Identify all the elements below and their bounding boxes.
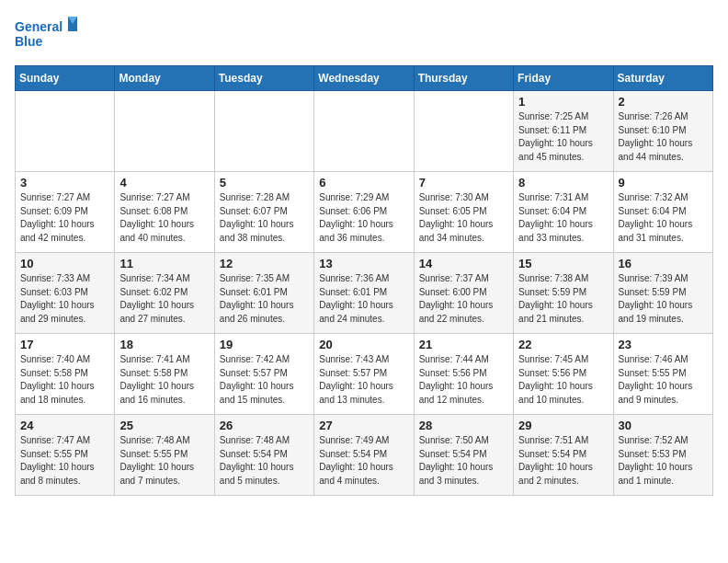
day-info: Sunrise: 7:43 AM Sunset: 5:57 PM Dayligh… xyxy=(319,353,408,407)
weekday-header: Friday xyxy=(514,66,613,91)
calendar-day-cell xyxy=(115,91,214,172)
day-number: 23 xyxy=(619,338,708,351)
day-info: Sunrise: 7:45 AM Sunset: 5:56 PM Dayligh… xyxy=(518,353,608,407)
calendar-day-cell: 12Sunrise: 7:35 AM Sunset: 6:01 PM Dayli… xyxy=(214,253,313,334)
calendar-day-cell: 30Sunrise: 7:52 AM Sunset: 5:53 PM Dayli… xyxy=(613,415,712,496)
day-info: Sunrise: 7:48 AM Sunset: 5:54 PM Dayligh… xyxy=(220,434,309,488)
calendar-week-row: 10Sunrise: 7:33 AM Sunset: 6:03 PM Dayli… xyxy=(16,253,713,334)
day-info: Sunrise: 7:37 AM Sunset: 6:00 PM Dayligh… xyxy=(419,272,508,326)
calendar-day-cell: 27Sunrise: 7:49 AM Sunset: 5:54 PM Dayli… xyxy=(314,415,414,496)
calendar-week-row: 17Sunrise: 7:40 AM Sunset: 5:58 PM Dayli… xyxy=(16,334,713,415)
day-number: 29 xyxy=(518,419,608,432)
calendar-table: SundayMondayTuesdayWednesdayThursdayFrid… xyxy=(15,65,713,496)
calendar-day-cell: 16Sunrise: 7:39 AM Sunset: 5:59 PM Dayli… xyxy=(613,253,712,334)
day-info: Sunrise: 7:38 AM Sunset: 5:59 PM Dayligh… xyxy=(518,272,608,326)
logo: General Blue xyxy=(15,15,79,56)
day-info: Sunrise: 7:39 AM Sunset: 5:59 PM Dayligh… xyxy=(619,272,708,326)
calendar-day-cell: 6Sunrise: 7:29 AM Sunset: 6:06 PM Daylig… xyxy=(314,172,414,253)
calendar-day-cell: 7Sunrise: 7:30 AM Sunset: 6:05 PM Daylig… xyxy=(414,172,513,253)
day-info: Sunrise: 7:26 AM Sunset: 6:10 PM Dayligh… xyxy=(619,110,708,164)
day-info: Sunrise: 7:31 AM Sunset: 6:04 PM Dayligh… xyxy=(518,191,608,245)
day-number: 14 xyxy=(419,257,508,270)
calendar-day-cell: 14Sunrise: 7:37 AM Sunset: 6:00 PM Dayli… xyxy=(414,253,513,334)
day-number: 27 xyxy=(319,419,408,432)
calendar-day-cell: 8Sunrise: 7:31 AM Sunset: 6:04 PM Daylig… xyxy=(514,172,613,253)
day-number: 22 xyxy=(518,338,608,351)
calendar-day-cell: 5Sunrise: 7:28 AM Sunset: 6:07 PM Daylig… xyxy=(214,172,313,253)
day-info: Sunrise: 7:25 AM Sunset: 6:11 PM Dayligh… xyxy=(518,110,608,164)
day-number: 26 xyxy=(220,419,309,432)
calendar-day-cell: 1Sunrise: 7:25 AM Sunset: 6:11 PM Daylig… xyxy=(514,91,613,172)
day-number: 3 xyxy=(20,176,109,190)
day-number: 15 xyxy=(518,257,608,270)
calendar-week-row: 3Sunrise: 7:27 AM Sunset: 6:09 PM Daylig… xyxy=(16,172,713,253)
calendar-day-cell: 3Sunrise: 7:27 AM Sunset: 6:09 PM Daylig… xyxy=(16,172,115,253)
day-number: 9 xyxy=(619,176,708,190)
calendar-day-cell: 29Sunrise: 7:51 AM Sunset: 5:54 PM Dayli… xyxy=(514,415,613,496)
day-number: 2 xyxy=(619,95,708,109)
day-number: 24 xyxy=(20,419,109,432)
day-number: 5 xyxy=(220,176,309,190)
day-number: 10 xyxy=(20,257,109,270)
day-info: Sunrise: 7:42 AM Sunset: 5:57 PM Dayligh… xyxy=(220,353,309,407)
calendar-day-cell xyxy=(414,91,513,172)
day-info: Sunrise: 7:40 AM Sunset: 5:58 PM Dayligh… xyxy=(20,353,109,407)
calendar-day-cell: 20Sunrise: 7:43 AM Sunset: 5:57 PM Dayli… xyxy=(314,334,414,415)
day-number: 11 xyxy=(119,257,209,270)
calendar-day-cell: 28Sunrise: 7:50 AM Sunset: 5:54 PM Dayli… xyxy=(414,415,513,496)
day-info: Sunrise: 7:27 AM Sunset: 6:09 PM Dayligh… xyxy=(20,191,109,245)
day-number: 13 xyxy=(319,257,408,270)
calendar-day-cell: 4Sunrise: 7:27 AM Sunset: 6:08 PM Daylig… xyxy=(115,172,214,253)
calendar-day-cell: 9Sunrise: 7:32 AM Sunset: 6:04 PM Daylig… xyxy=(613,172,712,253)
calendar-day-cell: 13Sunrise: 7:36 AM Sunset: 6:01 PM Dayli… xyxy=(314,253,414,334)
day-info: Sunrise: 7:29 AM Sunset: 6:06 PM Dayligh… xyxy=(319,191,408,245)
calendar-day-cell: 10Sunrise: 7:33 AM Sunset: 6:03 PM Dayli… xyxy=(16,253,115,334)
weekday-header: Sunday xyxy=(16,66,115,91)
svg-text:General: General xyxy=(15,19,63,34)
day-number: 1 xyxy=(518,95,608,109)
day-number: 25 xyxy=(119,419,209,432)
day-number: 20 xyxy=(319,338,408,351)
day-number: 16 xyxy=(619,257,708,270)
day-info: Sunrise: 7:27 AM Sunset: 6:08 PM Dayligh… xyxy=(119,191,209,245)
svg-text:Blue: Blue xyxy=(15,34,43,49)
calendar-day-cell: 23Sunrise: 7:46 AM Sunset: 5:55 PM Dayli… xyxy=(613,334,712,415)
day-number: 17 xyxy=(20,338,109,351)
day-info: Sunrise: 7:50 AM Sunset: 5:54 PM Dayligh… xyxy=(419,434,508,488)
calendar-week-row: 24Sunrise: 7:47 AM Sunset: 5:55 PM Dayli… xyxy=(16,415,713,496)
day-number: 28 xyxy=(419,419,508,432)
day-number: 6 xyxy=(319,176,408,190)
day-info: Sunrise: 7:49 AM Sunset: 5:54 PM Dayligh… xyxy=(319,434,408,488)
day-info: Sunrise: 7:44 AM Sunset: 5:56 PM Dayligh… xyxy=(419,353,508,407)
day-info: Sunrise: 7:35 AM Sunset: 6:01 PM Dayligh… xyxy=(220,272,309,326)
day-number: 7 xyxy=(419,176,508,190)
day-info: Sunrise: 7:33 AM Sunset: 6:03 PM Dayligh… xyxy=(20,272,109,326)
calendar-day-cell: 21Sunrise: 7:44 AM Sunset: 5:56 PM Dayli… xyxy=(414,334,513,415)
day-info: Sunrise: 7:41 AM Sunset: 5:58 PM Dayligh… xyxy=(119,353,209,407)
day-info: Sunrise: 7:46 AM Sunset: 5:55 PM Dayligh… xyxy=(619,353,708,407)
day-info: Sunrise: 7:34 AM Sunset: 6:02 PM Dayligh… xyxy=(119,272,209,326)
day-number: 19 xyxy=(220,338,309,351)
weekday-header: Wednesday xyxy=(314,66,414,91)
day-number: 8 xyxy=(518,176,608,190)
calendar-day-cell: 11Sunrise: 7:34 AM Sunset: 6:02 PM Dayli… xyxy=(115,253,214,334)
day-info: Sunrise: 7:36 AM Sunset: 6:01 PM Dayligh… xyxy=(319,272,408,326)
day-number: 30 xyxy=(619,419,708,432)
calendar-header-row: SundayMondayTuesdayWednesdayThursdayFrid… xyxy=(16,66,713,91)
day-info: Sunrise: 7:30 AM Sunset: 6:05 PM Dayligh… xyxy=(419,191,508,245)
day-info: Sunrise: 7:47 AM Sunset: 5:55 PM Dayligh… xyxy=(20,434,109,488)
calendar-day-cell xyxy=(214,91,313,172)
logo-svg: General Blue xyxy=(15,15,79,56)
calendar-day-cell: 25Sunrise: 7:48 AM Sunset: 5:55 PM Dayli… xyxy=(115,415,214,496)
calendar-day-cell: 22Sunrise: 7:45 AM Sunset: 5:56 PM Dayli… xyxy=(514,334,613,415)
calendar-day-cell xyxy=(16,91,115,172)
calendar-day-cell: 2Sunrise: 7:26 AM Sunset: 6:10 PM Daylig… xyxy=(613,91,712,172)
page-header: General Blue xyxy=(15,15,713,56)
calendar-day-cell: 18Sunrise: 7:41 AM Sunset: 5:58 PM Dayli… xyxy=(115,334,214,415)
calendar-day-cell: 15Sunrise: 7:38 AM Sunset: 5:59 PM Dayli… xyxy=(514,253,613,334)
day-info: Sunrise: 7:32 AM Sunset: 6:04 PM Dayligh… xyxy=(619,191,708,245)
calendar-day-cell: 24Sunrise: 7:47 AM Sunset: 5:55 PM Dayli… xyxy=(16,415,115,496)
calendar-day-cell: 19Sunrise: 7:42 AM Sunset: 5:57 PM Dayli… xyxy=(214,334,313,415)
calendar-day-cell xyxy=(314,91,414,172)
weekday-header: Tuesday xyxy=(214,66,313,91)
